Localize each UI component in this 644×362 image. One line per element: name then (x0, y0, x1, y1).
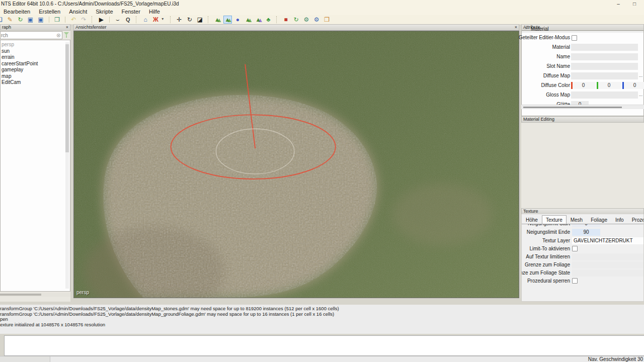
diffuse-map-row: Diffuse Map ... (521, 71, 644, 81)
procedural-lock-label: Prozedural sperren (527, 278, 570, 284)
menu-fenster[interactable]: Fenster (118, 8, 144, 15)
play-icon[interactable]: ▶ (97, 16, 106, 24)
diffuse-blue-field[interactable]: 0 (622, 82, 644, 89)
limit-to-label: Limit-To aktivieren (529, 246, 570, 251)
slope-start-field[interactable]: 0 (572, 224, 600, 227)
tab-info[interactable]: Info (611, 215, 628, 224)
collapse-caret-icon[interactable]: ^ (525, 26, 531, 33)
tab-mesh[interactable]: Mesh (567, 215, 587, 224)
tree-horizontal-scrollbar[interactable] (0, 293, 70, 297)
material-field[interactable] (571, 44, 638, 51)
settings-gear-icon[interactable]: ⚙ (302, 16, 310, 24)
tree-item-persp[interactable]: persp (1, 42, 70, 48)
menu-skripte[interactable]: Skripte (92, 8, 116, 15)
scenegraph-close-icon[interactable]: × (66, 25, 68, 30)
shared-edit-checkbox[interactable] (572, 35, 577, 41)
tree-horizontal-scrollbar-thumb[interactable] (0, 294, 41, 296)
red-channel-bar (571, 82, 573, 89)
procedural-lock-row: Prozedural sperren (522, 277, 643, 285)
tree-vertical-scrollbar-thumb[interactable] (65, 44, 69, 152)
paste-special-icon[interactable]: ❐ (323, 16, 331, 24)
tree-item-terrain[interactable]: errain (1, 54, 70, 61)
material-horizontal-scrollbar-thumb[interactable] (523, 107, 622, 108)
slope-end-field[interactable]: 90 (572, 229, 600, 236)
rotate-tool-icon[interactable]: ↻ (185, 16, 194, 24)
tree-item-sun[interactable]: sun (1, 48, 70, 55)
gloss-map-browse-button[interactable]: ... (638, 92, 643, 99)
tree-item-map[interactable]: map (1, 73, 70, 80)
physics-toggle-icon[interactable]: Ж (151, 16, 160, 24)
slot-name-field[interactable] (571, 63, 638, 70)
zoom-icon[interactable]: Q (124, 16, 132, 24)
diffuse-map-field[interactable] (571, 72, 638, 79)
terrain-detail-paint-icon[interactable]: ▲ (244, 16, 252, 24)
toolbar-separator (276, 16, 278, 23)
search-input[interactable] (1, 32, 53, 38)
filter-funnel-icon[interactable] (64, 32, 70, 38)
tab-hoehe[interactable]: Höhe (522, 215, 542, 224)
material-section-row[interactable]: ^Material (522, 25, 643, 33)
menu-erstellen[interactable]: Erstellen (35, 8, 64, 15)
texture-layer-field[interactable]: GAVELNICHTZERDRUKT (572, 237, 643, 244)
new-file-icon[interactable]: ❏ (0, 16, 4, 24)
redo-icon[interactable]: ↷ (79, 16, 88, 24)
diffuse-map-browse-button[interactable]: ... (638, 72, 643, 79)
terrain-sculpt-icon[interactable]: ▲ (213, 16, 221, 24)
gloss-map-field[interactable] (571, 92, 638, 99)
move-tool-icon[interactable]: ✛ (175, 16, 184, 24)
terrain-foliage-paint-icon[interactable]: ● (233, 16, 242, 24)
minimize-button[interactable]: – (613, 0, 624, 8)
tab-prozedurale-platzierung[interactable]: Prozedurale Platzierung (628, 215, 644, 224)
curve-editor-icon[interactable]: ⌣ (113, 16, 122, 24)
menu-bearbeiten[interactable]: Bearbeiten (0, 8, 34, 15)
giants-editor-window: NTS Editor 64bit 10.0.6 - C:/Users/Admin… (0, 0, 644, 362)
save-icon[interactable]: ▣ (26, 16, 35, 24)
funnel-stem (66, 35, 67, 38)
name-field[interactable] (571, 53, 638, 60)
clear-search-icon[interactable]: ⊗ (56, 32, 61, 39)
tools-gear-icon[interactable]: ⚙ (312, 16, 321, 24)
menu-hilfe[interactable]: Hilfe (145, 8, 164, 15)
slot-name-label: Slot Name (546, 63, 570, 69)
frame-selected-icon[interactable]: ⌂ (141, 16, 150, 24)
foliage-border-field[interactable] (572, 261, 643, 268)
import-asset-icon[interactable]: ❒ (53, 16, 61, 24)
tab-texture[interactable]: Texture (542, 215, 567, 224)
tree-item-gameplay[interactable]: gameplay (1, 67, 70, 73)
tree-item-editcam[interactable]: EditCam (1, 79, 70, 86)
viewport-3d-canvas[interactable]: persp (73, 31, 519, 298)
name-label: Name (556, 54, 570, 59)
texture-tabs: HöheTextureMeshFoliageInfoProzedurale Pl… (521, 214, 644, 224)
gloss-map-label: Gloss Map (546, 92, 570, 98)
scenegraph-searchbox[interactable]: ⊗ (0, 31, 62, 39)
viewport-close-icon[interactable]: × (515, 25, 517, 30)
edit-file-icon[interactable]: ✎ (6, 16, 14, 24)
titlebar: NTS Editor 64bit 10.0.6 - C:/Users/Admin… (0, 0, 644, 8)
tree-placement-icon[interactable]: ♣ (264, 16, 273, 24)
physics-dropdown-icon[interactable]: ▾ (162, 15, 166, 23)
statusbar: Nav. Geschwindigkeit 30 (0, 356, 644, 362)
diffuse-green-field[interactable]: 0 (597, 82, 621, 89)
refresh-scripts-icon[interactable]: ↻ (292, 16, 300, 24)
material-horizontal-scrollbar[interactable] (521, 105, 644, 109)
log-line: ransformGroup 'C:/Users/Admin/Downloads/… (0, 312, 644, 317)
terrain-paint-icon[interactable]: ▲ (223, 16, 232, 24)
maximize-button[interactable]: □ (629, 0, 640, 8)
procedural-lock-checkbox[interactable] (572, 278, 578, 284)
limit-texture-field[interactable] (572, 253, 643, 260)
tree-vertical-scrollbar[interactable] (65, 42, 69, 289)
tree-item-careerstartpoint[interactable]: careerStartPoint (1, 61, 70, 67)
undo-icon[interactable]: ↶ (69, 16, 78, 24)
save-as-icon[interactable]: ▣ (36, 16, 45, 24)
reload-icon[interactable]: ↻ (16, 16, 25, 24)
menu-ansicht[interactable]: Ansicht (65, 8, 91, 15)
tab-foliage[interactable]: Foliage (587, 215, 611, 224)
diffuse-red-field[interactable]: 0 (571, 82, 596, 89)
right-panel: Attribute Material Editing ^Material Get… (521, 24, 644, 302)
shader-cube-icon[interactable]: ■ (282, 16, 290, 24)
foliage-state-field[interactable] (572, 269, 643, 277)
script-console-input[interactable] (4, 335, 644, 356)
limit-to-checkbox[interactable] (572, 246, 578, 251)
scale-tool-icon[interactable]: ◪ (196, 16, 204, 24)
terrain-info-paint-icon[interactable]: ▲ (254, 16, 263, 24)
